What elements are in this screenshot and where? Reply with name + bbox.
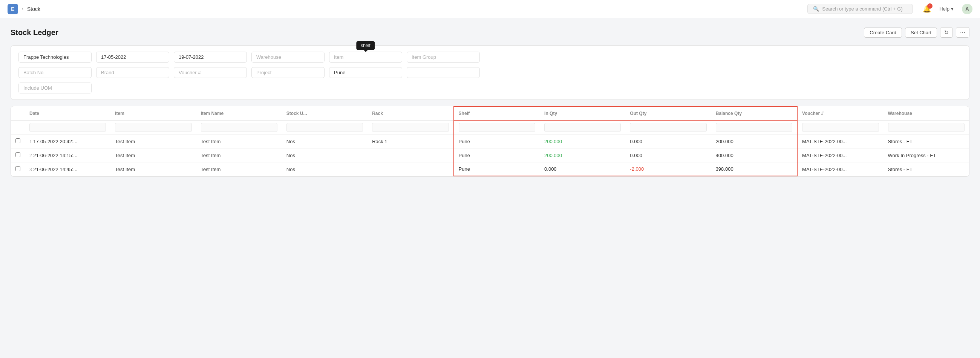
th-in-qty: In Qty (540, 107, 625, 120)
empty-filter-1[interactable] (407, 67, 480, 78)
cell-num-date: 3 21-06-2022 14:45:... (25, 162, 110, 177)
filter-voucher-input[interactable] (802, 123, 878, 132)
filter-row-2 (19, 67, 961, 78)
row-checkbox[interactable] (16, 152, 21, 157)
cell-shelf: Pune (454, 162, 540, 177)
table-header-row: Date Item Item Name Stock U... Rack Shel… (11, 107, 969, 120)
filter-rack-input[interactable] (372, 123, 449, 132)
help-chevron-icon: ▾ (951, 6, 954, 12)
company-filter[interactable] (19, 52, 92, 62)
cell-in-qty: 0.000 (540, 162, 625, 177)
app-logo: E (8, 4, 18, 14)
filter-item-name-input[interactable] (201, 123, 277, 132)
th-balance-qty: Balance Qty (711, 107, 797, 120)
voucher-filter[interactable] (174, 67, 247, 78)
filter-item-name-th (196, 120, 282, 135)
cell-out-qty: -2.000 (625, 162, 711, 177)
cell-warehouse: Stores - FT (883, 162, 969, 177)
from-date-filter[interactable] (96, 52, 169, 62)
item-filter-wrapper: shelf (329, 52, 402, 62)
cell-stock-uom: Nos (282, 148, 368, 162)
row-checkbox[interactable] (16, 166, 21, 171)
warehouse-filter[interactable] (251, 52, 325, 62)
th-item-name: Item Name (196, 107, 282, 120)
cell-stock-uom: Nos (282, 162, 368, 177)
page-title: Stock Ledger (11, 28, 59, 37)
filter-row-1: shelf (19, 52, 961, 62)
th-shelf: Shelf (454, 107, 540, 120)
to-date-filter[interactable] (174, 52, 247, 62)
help-label: Help (939, 6, 950, 12)
row-checkbox-cell (11, 148, 25, 162)
set-chart-button[interactable]: Set Chart (905, 27, 937, 38)
filter-item-th (110, 120, 196, 135)
filter-out-qty-input[interactable] (630, 123, 706, 132)
include-uom-filter[interactable] (19, 83, 92, 94)
breadcrumb-chevron: › (22, 6, 23, 12)
item-group-filter[interactable] (407, 52, 480, 62)
cell-balance-qty: 398.000 (711, 162, 797, 177)
brand-filter[interactable] (96, 67, 169, 78)
cell-item-name: Test Item (196, 162, 282, 177)
global-search[interactable]: 🔍 Search or type a command (Ctrl + G) (807, 4, 913, 14)
filter-item-input[interactable] (115, 123, 191, 132)
help-menu[interactable]: Help ▾ (939, 6, 954, 12)
breadcrumb-stock[interactable]: Stock (27, 6, 40, 12)
th-voucher: Voucher # (797, 107, 883, 120)
project-filter[interactable] (251, 67, 325, 78)
th-item: Item (110, 107, 196, 120)
table-row: 2 21-06-2022 14:15:... Test Item Test It… (11, 148, 969, 162)
topnav: E › Stock 🔍 Search or type a command (Ct… (0, 0, 980, 18)
item-tooltip: shelf (356, 41, 375, 50)
cell-rack (368, 162, 453, 177)
cell-rack: Rack 1 (368, 135, 453, 148)
notifications-bell[interactable]: 🔔 1 (923, 5, 931, 13)
filter-shelf-input[interactable] (459, 123, 535, 132)
cell-in-qty: 200.000 (540, 148, 625, 162)
filter-in-qty-th (540, 120, 625, 135)
row-number: 3 (29, 167, 32, 172)
th-warehouse: Warehouse (883, 107, 969, 120)
th-date: Date (25, 107, 110, 120)
user-avatar[interactable]: A (962, 4, 972, 14)
filter-panel: shelf (11, 45, 969, 100)
table-row: 1 17-05-2022 20:42:... Test Item Test It… (11, 135, 969, 148)
cell-voucher: MAT-STE-2022-00... (797, 148, 883, 162)
page-content: Stock Ledger Create Card Set Chart ↻ ⋯ s… (0, 18, 980, 186)
cell-in-qty: 200.000 (540, 135, 625, 148)
refresh-button[interactable]: ↻ (940, 27, 953, 38)
cell-warehouse: Stores - FT (883, 135, 969, 148)
filter-stock-uom-input[interactable] (286, 123, 363, 132)
project-value-filter[interactable] (329, 67, 402, 78)
cell-date: 21-06-2022 14:15:... (33, 153, 77, 158)
cell-balance-qty: 200.000 (711, 135, 797, 148)
cell-out-qty: 0.000 (625, 148, 711, 162)
cell-stock-uom: Nos (282, 135, 368, 148)
more-options-button[interactable]: ⋯ (956, 27, 969, 38)
filter-warehouse-input[interactable] (888, 123, 964, 132)
filter-date-input[interactable] (29, 123, 106, 132)
filter-in-qty-input[interactable] (544, 123, 621, 132)
cell-warehouse: Work In Progress - FT (883, 148, 969, 162)
filter-row-3 (19, 83, 961, 94)
filter-select (11, 120, 25, 135)
row-number: 2 (29, 153, 32, 158)
table-filter-row (11, 120, 969, 135)
filter-balance-qty-input[interactable] (716, 123, 792, 132)
cell-item: Test Item (110, 162, 196, 177)
create-card-button[interactable]: Create Card (864, 27, 902, 38)
cell-item: Test Item (110, 135, 196, 148)
filter-balance-qty-th (711, 120, 797, 135)
row-checkbox-cell (11, 135, 25, 148)
th-rack: Rack (368, 107, 453, 120)
row-checkbox[interactable] (16, 138, 21, 143)
filter-shelf-th (454, 120, 540, 135)
th-out-qty: Out Qty (625, 107, 711, 120)
batch-no-filter[interactable] (19, 67, 92, 78)
th-stock-uom: Stock U... (282, 107, 368, 120)
table-row: 3 21-06-2022 14:45:... Test Item Test It… (11, 162, 969, 177)
page-header: Stock Ledger Create Card Set Chart ↻ ⋯ (11, 27, 969, 38)
cell-voucher: MAT-STE-2022-00... (797, 135, 883, 148)
cell-item-name: Test Item (196, 148, 282, 162)
notification-badge: 1 (927, 3, 932, 9)
